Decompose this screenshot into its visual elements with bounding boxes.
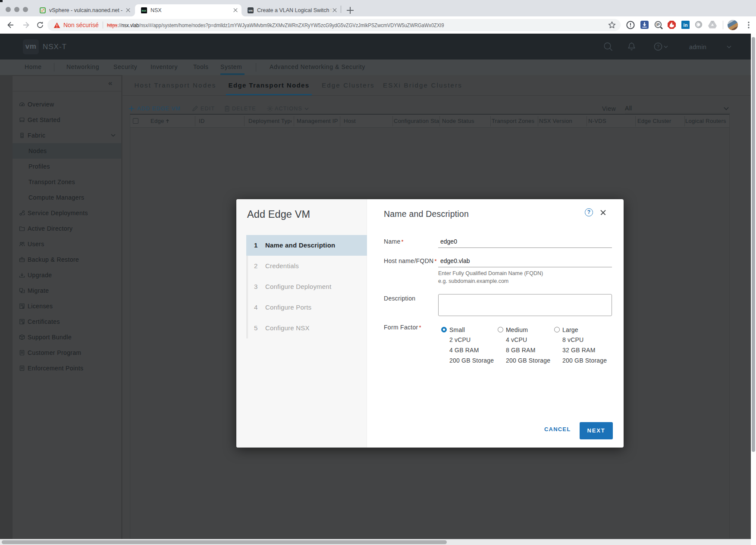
onepassword-icon[interactable] [626,20,636,30]
license-icon [19,303,25,309]
sidebar-item-upgrade[interactable]: Upgrade [13,267,121,283]
column-header-logical-routers[interactable]: Logical Routers [685,115,728,128]
delete-button[interactable]: DELETE [232,104,256,113]
tab-close-icon[interactable] [331,7,338,14]
column-header-id[interactable]: ID [199,115,244,128]
tab-close-icon[interactable] [125,7,132,14]
nav-item-label: System [220,63,242,70]
column-header-nsx-version[interactable]: NSX Version [539,115,585,128]
wizard-step-4[interactable]: 4Configure Ports [246,297,367,318]
address-bar[interactable]: Non sécurisé https://nsx.vlab/nsx/#/app/… [47,19,621,31]
wizard-step-2[interactable]: 2Credentials [246,256,367,276]
adblock-icon[interactable] [667,20,677,30]
nav-item-tools[interactable]: Tools [193,60,208,75]
sidebar-item-active-directory[interactable]: Active Directory [13,221,121,236]
edit-button[interactable]: EDIT [201,104,215,113]
nav-item-home[interactable]: Home [25,60,42,75]
reload-icon[interactable] [36,21,44,29]
url-text[interactable]: https://nsx.vlab/nsx/#/app/system/home/n… [107,22,444,28]
horizontal-scrollbar[interactable] [0,539,751,545]
select-all-checkbox[interactable] [133,118,138,124]
view-filter-select[interactable]: All [625,103,730,113]
description-textarea[interactable] [438,294,612,316]
search-icon[interactable] [604,42,613,51]
vmware-logo[interactable]: vm [23,39,39,54]
wizard-step-3[interactable]: 3Configure Deployment [246,276,367,297]
sidebar-item-profiles[interactable]: Profiles [13,159,121,174]
nav-item-system[interactable]: System [220,60,245,75]
drive-icon[interactable] [708,20,718,30]
nav-item-security[interactable]: Security [113,60,138,75]
browser-menu-icon[interactable] [744,21,753,29]
disabled-circle-icon[interactable] [694,20,704,30]
profile-avatar[interactable] [728,20,738,30]
tab-close-icon[interactable] [232,7,239,14]
sidebar-item-licenses[interactable]: Licenses [13,298,121,314]
sidebar-item-overview[interactable]: Overview [13,97,121,112]
nav-item-advanced-networking-security[interactable]: Advanced Networking & Security [270,60,366,75]
browser-tab[interactable]: vmCreate a VLAN Logical Switch f [242,4,341,16]
browser-tab[interactable]: NSXNSX [135,4,242,16]
next-button[interactable]: NEXT [580,422,613,439]
sidebar-collapse-icon[interactable]: « [108,79,116,87]
sidebar-item-users[interactable]: Users [13,236,121,252]
forward-icon[interactable] [22,21,30,29]
form-factor-radio-small[interactable] [441,327,447,332]
sidebar-item-get-started[interactable]: Get Started [13,112,121,128]
sidebar-item-migrate[interactable]: Migrate [13,283,121,298]
traffic-light-minimize[interactable] [14,7,19,12]
column-header-management-ip[interactable]: Management IP [297,115,339,128]
column-header-configuration-state[interactable]: Configuration State [394,115,439,128]
fqdn-input[interactable]: edge0.vlab [440,257,470,264]
sidebar-item-fabric[interactable]: Fabric [13,128,121,143]
horizontal-scrollbar-thumb[interactable] [2,540,447,544]
traffic-light-zoom[interactable] [23,7,28,12]
ip-lookup-icon[interactable]: IP [654,20,664,30]
wizard-step-1[interactable]: 1Name and Description [246,235,367,256]
tab-edge-clusters[interactable]: Edge Clusters [322,75,373,95]
not-secure-label[interactable]: Non sécurisé [63,22,99,28]
new-tab-button[interactable] [344,4,356,16]
column-header-transport-zones[interactable]: Transport Zones [492,115,536,128]
dialog-help-icon[interactable]: ? [585,208,593,216]
vertical-scrollbar[interactable] [751,34,756,545]
actions-button[interactable]: ACTIONS [275,104,302,113]
form-factor-radio-large[interactable] [554,327,560,332]
sidebar-item-nodes[interactable]: Nodes [13,143,121,159]
name-input[interactable]: edge0 [440,238,457,245]
vertical-scrollbar-thumb[interactable] [752,37,755,452]
back-icon[interactable] [6,21,14,29]
column-header-edge[interactable]: Edge [151,115,192,128]
tab-host-transport-nodes[interactable]: Host Transport Nodes [134,75,216,95]
linkedin-icon[interactable]: in [681,20,691,30]
download-icon[interactable] [640,20,650,30]
column-header-node-status[interactable]: Node Status [442,115,490,128]
tab-esxi-bridge-clusters[interactable]: ESXi Bridge Clusters [383,75,460,95]
tab-edge-transport-nodes[interactable]: Edge Transport Nodes [226,75,311,95]
column-header-host[interactable]: Host [344,115,389,128]
sidebar-item-enforcement-points[interactable]: Enforcement Points [13,360,121,376]
user-menu[interactable]: admin [689,44,706,50]
sidebar-item-compute-managers[interactable]: Compute Managers [13,190,121,205]
nav-item-inventory[interactable]: Inventory [151,60,178,75]
column-header-edge-cluster[interactable]: Edge Cluster [637,115,683,128]
cancel-button[interactable]: CANCEL [544,426,571,432]
traffic-light-close[interactable] [6,7,11,12]
column-header-n-vds[interactable]: N-VDS [588,115,634,128]
browser-tab[interactable]: vSphere - vulcain.naoned.net - [34,4,134,16]
add-edge-vm-button[interactable]: ADD EDGE VM [137,104,181,113]
bookmark-star-icon[interactable] [608,21,616,29]
sidebar-item-customer-program[interactable]: Customer Program [13,345,121,360]
sidebar-item-service-deployments[interactable]: Service Deployments [13,205,121,221]
help-icon[interactable]: ? [654,42,662,51]
sidebar-item-certificates[interactable]: Certificates [13,314,121,329]
wizard-step-5[interactable]: 5Configure NSX [246,318,367,338]
sidebar-item-transport-zones[interactable]: Transport Zones [13,174,121,190]
form-factor-radio-medium[interactable] [498,327,503,332]
sidebar-item-backup-restore[interactable]: Backup & Restore [13,252,121,267]
notifications-bell-icon[interactable] [627,42,636,51]
sidebar-item-support-bundle[interactable]: Support Bundle [13,329,121,345]
column-header-deployment-type[interactable]: Deployment Type [248,115,292,128]
nav-item-networking[interactable]: Networking [66,60,100,75]
dialog-close-icon[interactable] [600,209,606,216]
